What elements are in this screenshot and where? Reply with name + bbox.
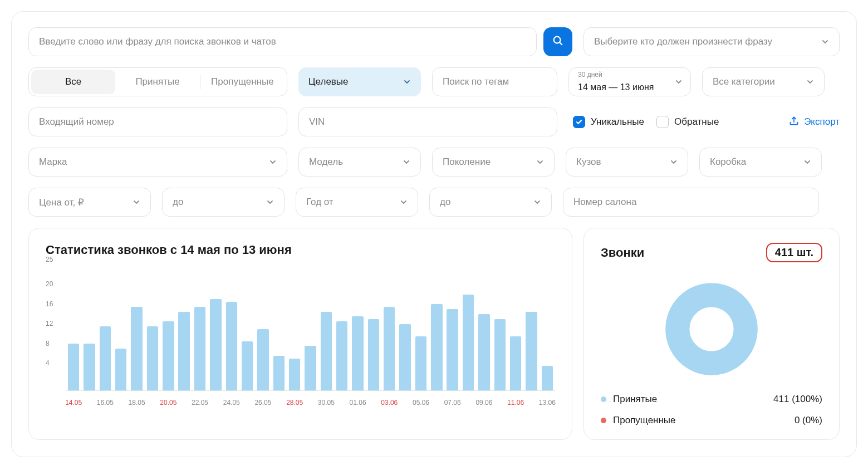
stats-title: Статистика звонков с 14 мая по 13 июня <box>46 243 555 257</box>
chart-bar <box>510 336 521 390</box>
chart-y-tick: 20 <box>46 280 61 288</box>
chart-bar <box>289 359 300 390</box>
legend-missed: Пропущенные 0 (0%) <box>601 415 822 426</box>
chart-bar <box>115 349 126 390</box>
chart-bar <box>463 295 474 390</box>
chart-bar <box>447 309 458 390</box>
speaker-placeholder: Выберите кто должен произнести фразу <box>594 36 772 47</box>
chart-bar <box>399 324 410 390</box>
calls-legend: Принятые 411 (100%) Пропущенные 0 (0%) <box>601 394 822 426</box>
chart-bar <box>542 366 553 390</box>
chevron-down-icon <box>806 78 814 86</box>
gearbox-select[interactable]: Коробка <box>699 148 822 177</box>
page: Введите слово или фразу для поиска звонк… <box>11 11 857 457</box>
chart-bar <box>147 326 158 390</box>
chart-x-tick: 13.06 <box>539 399 556 407</box>
search-button[interactable] <box>543 27 572 56</box>
chevron-down-icon <box>670 158 678 166</box>
incoming-number-input[interactable]: Входящий номер <box>28 107 287 136</box>
export-button[interactable]: Экспорт <box>788 115 840 129</box>
salon-number-input[interactable]: Номер салона <box>563 188 819 217</box>
chart-bar <box>415 336 426 390</box>
chart-bar <box>368 319 379 390</box>
stats-card: Статистика звонков с 14 мая по 13 июня 4… <box>28 228 572 440</box>
search-icon <box>552 35 564 49</box>
chart-bar <box>100 326 111 390</box>
year-from-select[interactable]: Год от <box>296 188 418 217</box>
chart-bar <box>257 329 268 391</box>
chart-bar <box>352 316 363 390</box>
speaker-select[interactable]: Выберите кто должен произнести фразу <box>583 27 840 56</box>
chevron-down-icon <box>536 158 544 166</box>
legend-dot-missed <box>601 418 606 423</box>
chart-x-tick: 28.05 <box>286 399 303 407</box>
incoming-placeholder: Входящий номер <box>39 116 114 128</box>
unique-checkbox[interactable]: Уникальные <box>573 116 644 128</box>
chart-bar <box>194 307 205 390</box>
categories-label: Все категории <box>713 76 775 87</box>
search-input[interactable]: Введите слово или фразу для поиска звонк… <box>28 27 537 56</box>
chart-bar <box>321 312 332 390</box>
brand-select[interactable]: Марка <box>28 148 287 177</box>
chevron-down-icon <box>803 158 811 166</box>
vin-input[interactable]: VIN <box>298 107 557 136</box>
body-select[interactable]: Кузов <box>566 148 688 177</box>
tags-placeholder: Поиск по тегам <box>443 76 509 87</box>
legend-accepted-value: 411 (100%) <box>773 394 822 405</box>
export-label: Экспорт <box>804 116 840 128</box>
legend-accepted-label: Принятые <box>613 394 657 405</box>
calls-head: Звонки 411 шт. <box>601 243 822 262</box>
chart-bar <box>478 314 489 390</box>
svg-point-2 <box>678 295 746 363</box>
chart-x-tick: 20.05 <box>160 399 176 407</box>
chart-x-tick: 11.06 <box>507 399 524 407</box>
row-filters-2: Входящий номер VIN Уникальные Обратные Э… <box>28 107 840 136</box>
chart-x-tick: 26.05 <box>254 399 271 407</box>
return-checkbox[interactable]: Обратные <box>656 116 719 128</box>
chart-bar <box>163 321 174 390</box>
tab-missed[interactable]: Пропущенные <box>200 70 285 94</box>
chevron-down-icon <box>266 198 274 206</box>
chart-x-tick: 18.05 <box>129 399 145 407</box>
chevron-down-icon <box>533 198 541 206</box>
chevron-down-icon <box>133 198 140 206</box>
legend-accepted: Принятые 411 (100%) <box>601 394 822 405</box>
chart-y-tick: 25 <box>46 256 61 263</box>
chart-bar <box>68 344 79 390</box>
cards-row: Статистика звонков с 14 мая по 13 июня 4… <box>28 228 840 440</box>
generation-select[interactable]: Поколение <box>432 148 555 177</box>
checkbox-icon <box>573 116 585 128</box>
legend-missed-label: Пропущенные <box>613 415 676 426</box>
chart-bar <box>242 341 253 390</box>
chart-y-tick: 16 <box>46 300 61 308</box>
search-placeholder: Введите слово или фразу для поиска звонк… <box>39 36 276 47</box>
date-range: 14 мая — 13 июня <box>578 82 654 92</box>
checkbox-icon <box>656 116 669 128</box>
chart-y-tick: 12 <box>46 320 61 327</box>
donut-chart <box>661 279 762 379</box>
search-wrap: Введите слово или фразу для поиска звонк… <box>28 27 572 56</box>
chart-bar <box>84 344 95 390</box>
categories-select[interactable]: Все категории <box>702 67 825 96</box>
chart-x-tick: 09.06 <box>475 399 492 407</box>
chevron-down-icon <box>400 198 408 206</box>
price-to-select[interactable]: до <box>162 188 285 217</box>
chart-x-tick: 30.05 <box>318 399 335 407</box>
tab-all[interactable]: Все <box>31 70 115 94</box>
chevron-down-icon <box>821 38 829 46</box>
year-to-select[interactable]: до <box>429 188 552 217</box>
tags-input[interactable]: Поиск по тегам <box>432 67 557 96</box>
chart-x-axis: 14.0516.0518.0520.0522.0524.0526.0528.05… <box>66 394 555 407</box>
chart-x-tick: 03.06 <box>381 399 398 407</box>
price-from-select[interactable]: Цена от, ₽ <box>28 188 151 217</box>
date-range-select[interactable]: 30 дней 14 мая — 13 июня <box>568 67 691 96</box>
chart-bar <box>210 299 221 390</box>
chart-bar <box>494 319 506 390</box>
model-select[interactable]: Модель <box>298 148 421 177</box>
chart-y-tick: 8 <box>46 340 61 347</box>
tab-accepted[interactable]: Принятые <box>115 70 199 94</box>
chart-bar <box>526 312 537 390</box>
target-select[interactable]: Целевые <box>298 67 421 96</box>
chart-bar <box>336 321 347 390</box>
chart-x-tick: 16.05 <box>97 399 114 407</box>
